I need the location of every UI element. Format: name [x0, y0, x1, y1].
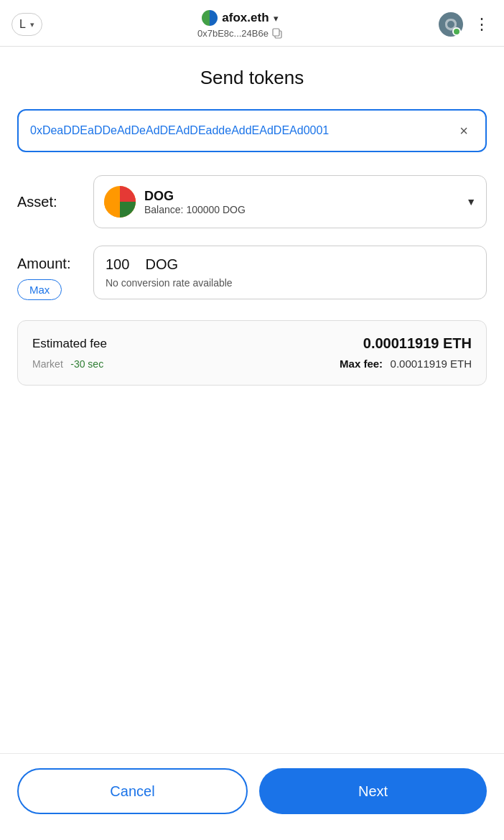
fee-label: Estimated fee: [32, 337, 107, 351]
avatar[interactable]: [438, 11, 464, 37]
address-input-container[interactable]: 0xDeaDDEaDDeAdDeAdDEAdDEaddeAddEAdDEAd00…: [17, 109, 487, 152]
conversion-rate-text: No conversion rate available: [106, 277, 475, 289]
fee-market-info: Market -30 sec: [32, 358, 103, 370]
amount-label: Amount:: [17, 256, 82, 272]
wallet-address-text: 0x7bE8c...24B6e: [197, 28, 269, 39]
asset-selector[interactable]: DOG Balance: 100000 DOG ▼: [93, 175, 487, 228]
avatar-icon: [438, 11, 464, 37]
bottom-bar: Cancel Next: [0, 753, 504, 840]
asset-name: DOG: [144, 189, 457, 204]
clear-address-button[interactable]: ×: [454, 121, 474, 141]
svg-rect-1: [273, 29, 279, 36]
asset-label: Asset:: [17, 194, 82, 210]
ens-globe-icon: [202, 10, 218, 26]
asset-dropdown-icon: ▼: [466, 196, 476, 207]
address-input[interactable]: 0xDeaDDEaDDeAdDeAdDEAdDEaddeAddEAdDEAd00…: [30, 123, 445, 139]
header-actions: ⋮: [438, 11, 493, 37]
more-options-icon[interactable]: ⋮: [471, 12, 493, 37]
fee-value: 0.00011919 ETH: [363, 335, 472, 352]
max-fee-value: 0.00011919 ETH: [391, 358, 472, 370]
account-selector[interactable]: L ▾: [11, 13, 42, 36]
ens-name-row[interactable]: afox.eth ▾: [202, 10, 278, 26]
amount-input-box[interactable]: 100 DOG No conversion rate available: [93, 246, 487, 299]
amount-number: 100: [106, 256, 129, 272]
dog-token-icon: [104, 186, 136, 218]
amount-row: Amount: Max 100 DOG No conversion rate a…: [17, 246, 487, 300]
account-letter: L: [19, 18, 26, 31]
ens-info: afox.eth ▾ 0x7bE8c...24B6e: [197, 10, 283, 39]
ens-chevron-icon: ▾: [274, 13, 279, 24]
next-button[interactable]: Next: [259, 768, 487, 814]
amount-value: 100 DOG: [106, 256, 475, 273]
fee-row-bottom: Market -30 sec Max fee: 0.00011919 ETH: [32, 358, 472, 370]
amount-unit: DOG: [146, 256, 179, 272]
max-button[interactable]: Max: [17, 279, 62, 300]
balance-label: Balance:: [144, 204, 183, 215]
amount-left: Amount: Max: [17, 246, 82, 300]
max-fee-label: Max fee:: [340, 358, 383, 370]
ens-name: afox.eth: [222, 11, 269, 25]
max-fee-info: Max fee: 0.00011919 ETH: [340, 358, 472, 370]
account-chevron-icon: ▾: [30, 20, 34, 29]
header: L ▾ afox.eth ▾ 0x7bE8c...24B6e ⋮: [0, 0, 504, 47]
page-title: Send tokens: [17, 67, 487, 89]
balance-value: 100000 DOG: [186, 204, 246, 215]
svg-point-3: [447, 21, 454, 28]
cancel-button[interactable]: Cancel: [17, 768, 248, 814]
fee-time-label: -30 sec: [70, 358, 103, 370]
fee-row-top: Estimated fee 0.00011919 ETH: [32, 335, 472, 352]
asset-balance: Balance: 100000 DOG: [144, 204, 457, 215]
wallet-address[interactable]: 0x7bE8c...24B6e: [197, 27, 283, 39]
asset-info: DOG Balance: 100000 DOG: [144, 189, 457, 215]
fee-box: Estimated fee 0.00011919 ETH Market -30 …: [17, 320, 487, 386]
main-content: Send tokens 0xDeaDDEaDDeAdDeAdDEAdDEadde…: [0, 47, 504, 386]
asset-row: Asset: DOG Balance: 100000 DOG ▼: [17, 175, 487, 228]
svg-point-4: [453, 28, 460, 35]
fee-market-label: Market: [32, 358, 63, 370]
copy-icon: [271, 27, 283, 39]
